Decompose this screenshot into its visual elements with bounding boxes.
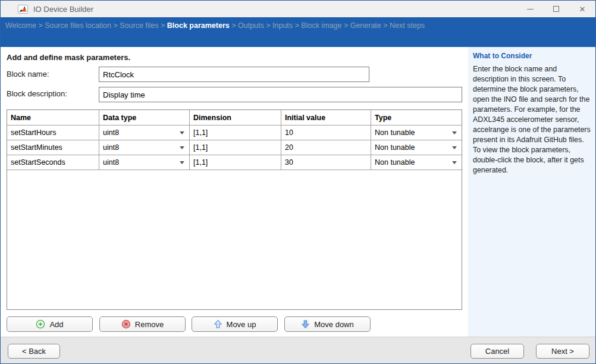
- maximize-icon: [553, 6, 559, 12]
- table-cell[interactable]: uint8: [99, 125, 190, 140]
- move-up-button[interactable]: Move up: [192, 316, 278, 332]
- matlab-logo-icon: [18, 5, 28, 14]
- breadcrumb-item-next-steps[interactable]: Next steps: [390, 21, 425, 30]
- parameters-table: NameData typeDimensionInitial valueType …: [7, 109, 462, 310]
- breadcrumb-item-source-files-location[interactable]: Source files location: [45, 21, 111, 30]
- cell-value: [1,1]: [193, 143, 208, 152]
- add-button[interactable]: Add: [7, 316, 93, 332]
- move-up-button-label: Move up: [227, 320, 256, 329]
- table-actions: Add Remove Move up Move down: [1, 316, 468, 332]
- table-cell[interactable]: 30: [281, 155, 371, 170]
- breadcrumb-separator: >: [381, 21, 390, 30]
- remove-button-label: Remove: [135, 320, 164, 329]
- table-cell[interactable]: setStartSeconds: [7, 155, 99, 170]
- breadcrumb: Welcome > Source files location > Source…: [1, 17, 595, 47]
- cell-value: uint8: [103, 158, 119, 167]
- arrow-up-icon: [214, 319, 222, 329]
- table-cell[interactable]: 10: [281, 125, 371, 140]
- breadcrumb-separator: >: [264, 21, 272, 30]
- sidebar-body-text: Enter the block name and description in …: [473, 64, 592, 175]
- table-body: setStartHoursuint8[1,1]10Non tunablesetS…: [7, 125, 462, 170]
- table-cell[interactable]: Non tunable: [371, 140, 462, 155]
- breadcrumb-separator: >: [111, 21, 120, 30]
- back-button[interactable]: < Back: [8, 344, 60, 359]
- breadcrumb-item-welcome[interactable]: Welcome: [5, 21, 36, 30]
- close-button[interactable]: ✕: [569, 1, 595, 17]
- breadcrumb-separator: >: [230, 21, 238, 30]
- dropdown-arrow-icon[interactable]: [180, 131, 184, 134]
- main-content: Add and define mask parameters. Block na…: [1, 47, 468, 337]
- breadcrumb-item-outputs[interactable]: Outputs: [238, 21, 264, 30]
- block-description-input[interactable]: [99, 87, 462, 102]
- block-name-input[interactable]: [99, 67, 369, 82]
- cell-value: setStartHours: [11, 128, 56, 137]
- sidebar-heading: What to Consider: [473, 52, 590, 60]
- table-cell[interactable]: uint8: [99, 155, 190, 170]
- cancel-button[interactable]: Cancel: [470, 344, 524, 359]
- move-down-button-label: Move down: [314, 320, 353, 329]
- cell-value: 20: [285, 143, 293, 152]
- breadcrumb-item-generate[interactable]: Generate: [350, 21, 381, 30]
- cross-circle-icon: [121, 319, 131, 329]
- table-cell[interactable]: setStartMinutes: [7, 140, 99, 155]
- cell-value: Non tunable: [375, 143, 415, 152]
- dropdown-arrow-icon[interactable]: [180, 161, 184, 164]
- cell-value: [1,1]: [193, 158, 208, 167]
- help-sidebar: What to Consider Enter the block name an…: [468, 47, 596, 337]
- column-header-dimension: Dimension: [190, 110, 281, 125]
- cell-value: uint8: [103, 143, 119, 152]
- table-cell[interactable]: [1,1]: [190, 125, 281, 140]
- column-header-type: Type: [371, 110, 462, 125]
- arrow-down-icon: [301, 319, 310, 329]
- io-device-builder-window: IO Device Builder ✕ Welcome > Source fil…: [0, 0, 596, 364]
- table-row[interactable]: setStartMinutesuint8[1,1]20Non tunable: [7, 140, 462, 155]
- table-cell[interactable]: setStartHours: [7, 125, 99, 140]
- table-cell[interactable]: 20: [281, 140, 371, 155]
- dropdown-arrow-icon[interactable]: [452, 146, 457, 149]
- cell-value: 30: [285, 158, 293, 167]
- title-bar: IO Device Builder ✕: [1, 1, 595, 17]
- footer-bar: < Back Cancel Next >: [1, 337, 595, 364]
- plus-circle-icon: [36, 319, 45, 329]
- move-down-button[interactable]: Move down: [284, 316, 371, 332]
- column-header-name: Name: [7, 110, 99, 125]
- block-name-label: Block name:: [7, 70, 49, 79]
- cell-value: Non tunable: [375, 158, 415, 167]
- dropdown-arrow-icon[interactable]: [180, 146, 184, 149]
- remove-button[interactable]: Remove: [99, 316, 186, 332]
- add-button-label: Add: [49, 320, 63, 329]
- breadcrumb-separator: >: [159, 21, 167, 30]
- cell-value: Non tunable: [375, 128, 415, 137]
- cell-value: [1,1]: [193, 128, 208, 137]
- cell-value: uint8: [103, 128, 119, 137]
- minimize-button[interactable]: [517, 1, 543, 17]
- cell-value: setStartSeconds: [11, 158, 65, 167]
- table-cell[interactable]: uint8: [99, 140, 190, 155]
- dropdown-arrow-icon[interactable]: [452, 161, 457, 164]
- table-cell[interactable]: Non tunable: [371, 125, 462, 140]
- breadcrumb-separator: >: [36, 21, 45, 30]
- dropdown-arrow-icon[interactable]: [452, 131, 457, 134]
- cell-value: setStartMinutes: [11, 143, 62, 152]
- maximize-button[interactable]: [543, 1, 569, 17]
- breadcrumb-item-block-parameters[interactable]: Block parameters: [167, 21, 230, 30]
- table-cell[interactable]: [1,1]: [190, 140, 281, 155]
- close-icon: ✕: [579, 5, 586, 13]
- page-title: Add and define mask parameters.: [7, 53, 130, 62]
- table-cell[interactable]: [1,1]: [190, 155, 281, 170]
- breadcrumb-item-source-files[interactable]: Source files: [120, 21, 158, 30]
- table-cell[interactable]: Non tunable: [371, 155, 462, 170]
- column-header-data-type: Data type: [99, 110, 190, 125]
- breadcrumb-item-block-image[interactable]: Block image: [301, 21, 341, 30]
- breadcrumb-separator: >: [341, 21, 350, 30]
- minimize-icon: [527, 9, 534, 10]
- cell-value: 10: [285, 128, 293, 137]
- table-row[interactable]: setStartSecondsuint8[1,1]30Non tunable: [7, 155, 462, 170]
- table-header-row: NameData typeDimensionInitial valueType: [7, 110, 462, 125]
- window-title: IO Device Builder: [33, 5, 93, 14]
- table-row[interactable]: setStartHoursuint8[1,1]10Non tunable: [7, 125, 462, 140]
- block-description-label: Block description:: [7, 89, 67, 98]
- next-button[interactable]: Next >: [536, 344, 589, 359]
- column-header-initial-value: Initial value: [281, 110, 371, 125]
- breadcrumb-item-inputs[interactable]: Inputs: [272, 21, 293, 30]
